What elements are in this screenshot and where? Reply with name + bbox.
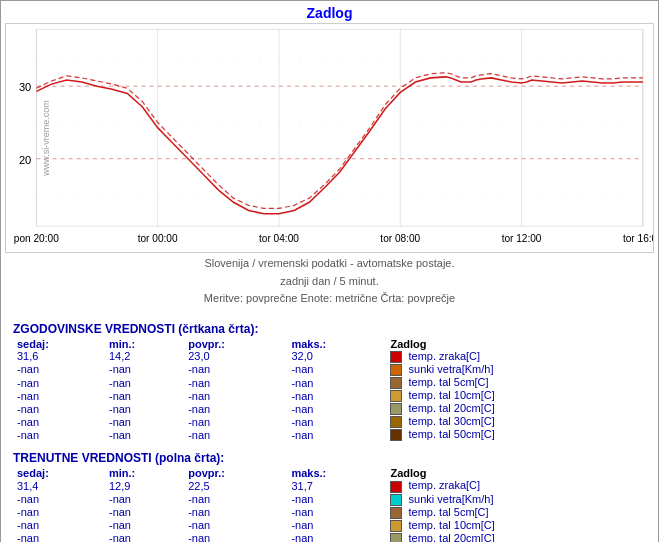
historic-min: -nan <box>105 363 184 376</box>
current-header-maks: maks.: <box>287 467 386 479</box>
current-min: -nan <box>105 506 184 519</box>
subtitle-line1: Slovenija / vremenski podatki - avtomats… <box>204 257 454 269</box>
current-sedaj: -nan <box>13 493 105 506</box>
historic-label: sunki vetra[Km/h] <box>386 363 646 376</box>
historic-maks: -nan <box>287 363 386 376</box>
current-maks: -nan <box>287 532 386 542</box>
current-header-sedaj: sedaj: <box>13 467 105 479</box>
current-sedaj: -nan <box>13 519 105 532</box>
current-color-box <box>390 533 402 542</box>
current-povpr: -nan <box>184 519 287 532</box>
current-header-povpr: povpr.: <box>184 467 287 479</box>
svg-text:20: 20 <box>19 154 31 166</box>
current-min: 12,9 <box>105 479 184 492</box>
subtitle-line3: Meritve: povprečne Enote: metrične Črta:… <box>204 292 455 304</box>
current-label-text: temp. tal 10cm[C] <box>409 519 495 531</box>
current-min: -nan <box>105 532 184 542</box>
historic-label: temp. tal 5cm[C] <box>386 376 646 389</box>
historic-povpr: -nan <box>184 415 287 428</box>
current-label: temp. tal 5cm[C] <box>386 506 646 519</box>
historic-min: -nan <box>105 376 184 389</box>
historic-color-box <box>390 364 402 376</box>
current-row: -nan -nan -nan -nan temp. tal 20cm[C] <box>13 532 646 542</box>
historic-header-maks: maks.: <box>287 338 386 350</box>
historic-label-text: sunki vetra[Km/h] <box>409 363 494 375</box>
historic-label-text: temp. zraka[C] <box>409 350 481 362</box>
historic-row: -nan -nan -nan -nan temp. tal 10cm[C] <box>13 389 646 402</box>
current-maks: -nan <box>287 493 386 506</box>
current-header-zadlog: Zadlog <box>386 467 646 479</box>
historic-sedaj: -nan <box>13 389 105 402</box>
historic-min: -nan <box>105 428 184 441</box>
historic-povpr: -nan <box>184 376 287 389</box>
chart-svg: 30 20 pon 20:00 tor 00:00 tor 04:00 tor … <box>6 24 653 252</box>
historic-table: sedaj: min.: povpr.: maks.: Zadlog 31,6 … <box>13 338 646 442</box>
current-label: temp. tal 10cm[C] <box>386 519 646 532</box>
current-maks: -nan <box>287 519 386 532</box>
current-label-text: temp. tal 5cm[C] <box>409 506 489 518</box>
historic-header-povpr: povpr.: <box>184 338 287 350</box>
current-povpr: -nan <box>184 532 287 542</box>
historic-min: -nan <box>105 402 184 415</box>
historic-label-text: temp. tal 50cm[C] <box>409 428 495 440</box>
svg-text:tor 08:00: tor 08:00 <box>380 233 420 244</box>
current-maks: -nan <box>287 506 386 519</box>
historic-label-text: temp. tal 10cm[C] <box>409 389 495 401</box>
historic-min: -nan <box>105 415 184 428</box>
historic-section: ZGODOVINSKE VREDNOSTI (črtkana črta): se… <box>5 314 654 444</box>
current-povpr: -nan <box>184 506 287 519</box>
historic-sedaj: -nan <box>13 402 105 415</box>
svg-text:pon 20:00: pon 20:00 <box>14 233 59 244</box>
historic-label: temp. tal 20cm[C] <box>386 402 646 415</box>
current-table: sedaj: min.: povpr.: maks.: Zadlog 31,4 … <box>13 467 646 542</box>
current-row: -nan -nan -nan -nan sunki vetra[Km/h] <box>13 493 646 506</box>
historic-maks: -nan <box>287 415 386 428</box>
current-color-box <box>390 481 402 493</box>
watermark-text: www.si-vreme.com <box>41 100 51 176</box>
historic-label: temp. tal 50cm[C] <box>386 428 646 441</box>
current-sedaj: -nan <box>13 506 105 519</box>
historic-maks: 32,0 <box>287 350 386 363</box>
historic-maks: -nan <box>287 428 386 441</box>
current-label-text: temp. tal 20cm[C] <box>409 532 495 542</box>
svg-text:tor 00:00: tor 00:00 <box>138 233 178 244</box>
historic-min: -nan <box>105 389 184 402</box>
current-row: 31,4 12,9 22,5 31,7 temp. zraka[C] <box>13 479 646 492</box>
historic-maks: -nan <box>287 376 386 389</box>
subtitle-line2: zadnji dan / 5 minut. <box>280 275 378 287</box>
historic-maks: -nan <box>287 389 386 402</box>
historic-color-box <box>390 403 402 415</box>
historic-sedaj: -nan <box>13 415 105 428</box>
current-label-text: temp. zraka[C] <box>409 479 481 491</box>
historic-color-box <box>390 390 402 402</box>
chart-title: Zadlog <box>5 5 654 21</box>
historic-label: temp. tal 30cm[C] <box>386 415 646 428</box>
historic-row: -nan -nan -nan -nan temp. tal 50cm[C] <box>13 428 646 441</box>
historic-povpr: -nan <box>184 428 287 441</box>
historic-row: 31,6 14,2 23,0 32,0 temp. zraka[C] <box>13 350 646 363</box>
current-sedaj: 31,4 <box>13 479 105 492</box>
historic-color-box <box>390 416 402 428</box>
historic-sedaj: 31,6 <box>13 350 105 363</box>
historic-header-sedaj: sedaj: <box>13 338 105 350</box>
current-section: TRENUTNE VREDNOSTI (polna črta): sedaj: … <box>5 443 654 542</box>
historic-title: ZGODOVINSKE VREDNOSTI (črtkana črta): <box>13 322 646 336</box>
current-header-min: min.: <box>105 467 184 479</box>
historic-color-box <box>390 429 402 441</box>
svg-text:tor 04:00: tor 04:00 <box>259 233 299 244</box>
historic-header-min: min.: <box>105 338 184 350</box>
historic-color-box <box>390 377 402 389</box>
historic-povpr: -nan <box>184 389 287 402</box>
svg-rect-0 <box>36 29 643 226</box>
historic-row: -nan -nan -nan -nan temp. tal 5cm[C] <box>13 376 646 389</box>
current-povpr: 22,5 <box>184 479 287 492</box>
historic-label-text: temp. tal 5cm[C] <box>409 376 489 388</box>
historic-label: temp. tal 10cm[C] <box>386 389 646 402</box>
current-color-box <box>390 507 402 519</box>
svg-text:30: 30 <box>19 81 31 93</box>
historic-sedaj: -nan <box>13 376 105 389</box>
historic-povpr: -nan <box>184 363 287 376</box>
current-label-text: sunki vetra[Km/h] <box>409 493 494 505</box>
current-row: -nan -nan -nan -nan temp. tal 5cm[C] <box>13 506 646 519</box>
historic-maks: -nan <box>287 402 386 415</box>
